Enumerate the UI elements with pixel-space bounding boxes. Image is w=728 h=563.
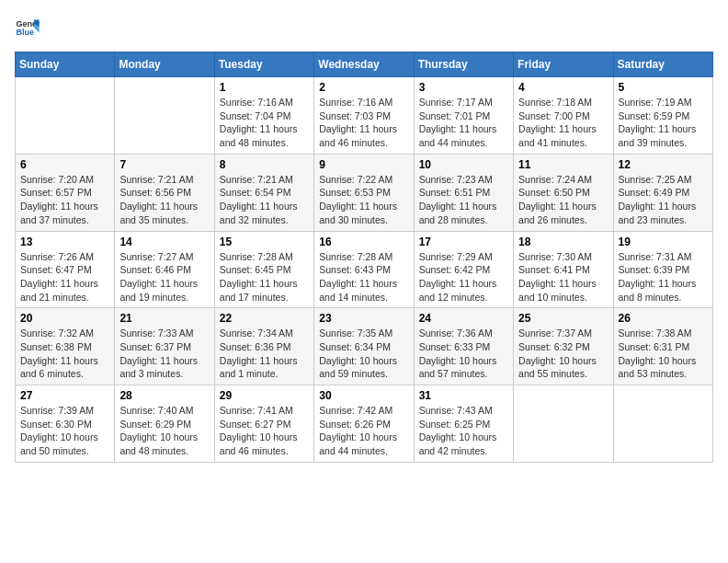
- day-number: 1: [220, 81, 309, 94]
- logo-icon: General Blue: [15, 15, 40, 40]
- calendar-cell: 26Sunrise: 7:38 AM Sunset: 6:31 PM Dayli…: [613, 308, 712, 385]
- logo: General Blue: [15, 15, 40, 40]
- weekday-header-friday: Friday: [514, 52, 613, 77]
- calendar-cell: 15Sunrise: 7:28 AM Sunset: 6:45 PM Dayli…: [214, 231, 313, 308]
- day-number: 26: [619, 312, 708, 325]
- day-info: Sunrise: 7:32 AM Sunset: 6:38 PM Dayligh…: [20, 327, 109, 381]
- day-number: 25: [518, 312, 608, 325]
- calendar-cell: [115, 77, 214, 155]
- calendar-week-row: 20Sunrise: 7:32 AM Sunset: 6:38 PM Dayli…: [16, 308, 713, 385]
- day-number: 24: [419, 312, 508, 325]
- weekday-header-monday: Monday: [115, 52, 214, 77]
- page-header: General Blue: [15, 15, 713, 40]
- day-info: Sunrise: 7:19 AM Sunset: 6:59 PM Dayligh…: [619, 96, 708, 150]
- day-number: 30: [319, 389, 408, 402]
- calendar-cell: 21Sunrise: 7:33 AM Sunset: 6:37 PM Dayli…: [115, 308, 214, 385]
- day-number: 11: [518, 158, 608, 171]
- calendar-cell: 10Sunrise: 7:23 AM Sunset: 6:51 PM Dayli…: [414, 154, 513, 231]
- calendar-cell: 2Sunrise: 7:16 AM Sunset: 7:03 PM Daylig…: [314, 77, 414, 155]
- day-info: Sunrise: 7:39 AM Sunset: 6:30 PM Dayligh…: [20, 404, 109, 458]
- calendar-cell: 18Sunrise: 7:30 AM Sunset: 6:41 PM Dayli…: [514, 231, 613, 308]
- day-info: Sunrise: 7:34 AM Sunset: 6:36 PM Dayligh…: [220, 327, 309, 381]
- day-info: Sunrise: 7:16 AM Sunset: 7:04 PM Dayligh…: [220, 96, 309, 150]
- day-number: 2: [319, 81, 408, 94]
- calendar-cell: 23Sunrise: 7:35 AM Sunset: 6:34 PM Dayli…: [314, 308, 414, 385]
- day-info: Sunrise: 7:40 AM Sunset: 6:29 PM Dayligh…: [119, 404, 209, 458]
- day-info: Sunrise: 7:30 AM Sunset: 6:41 PM Dayligh…: [518, 250, 608, 304]
- day-info: Sunrise: 7:17 AM Sunset: 7:01 PM Dayligh…: [419, 96, 508, 150]
- day-number: 28: [119, 389, 209, 402]
- day-info: Sunrise: 7:26 AM Sunset: 6:47 PM Dayligh…: [20, 250, 109, 304]
- day-number: 22: [220, 312, 309, 325]
- day-info: Sunrise: 7:16 AM Sunset: 7:03 PM Dayligh…: [319, 96, 408, 150]
- calendar-cell: 17Sunrise: 7:29 AM Sunset: 6:42 PM Dayli…: [414, 231, 513, 308]
- calendar-cell: 19Sunrise: 7:31 AM Sunset: 6:39 PM Dayli…: [613, 231, 712, 308]
- day-info: Sunrise: 7:20 AM Sunset: 6:57 PM Dayligh…: [20, 173, 109, 227]
- calendar-cell: 12Sunrise: 7:25 AM Sunset: 6:49 PM Dayli…: [613, 154, 712, 231]
- calendar-cell: 9Sunrise: 7:22 AM Sunset: 6:53 PM Daylig…: [314, 154, 414, 231]
- day-info: Sunrise: 7:41 AM Sunset: 6:27 PM Dayligh…: [220, 404, 309, 458]
- calendar-cell: 5Sunrise: 7:19 AM Sunset: 6:59 PM Daylig…: [613, 77, 712, 155]
- day-number: 29: [220, 389, 309, 402]
- weekday-header-row: SundayMondayTuesdayWednesdayThursdayFrid…: [16, 52, 713, 77]
- calendar-cell: 4Sunrise: 7:18 AM Sunset: 7:00 PM Daylig…: [514, 77, 613, 155]
- day-info: Sunrise: 7:23 AM Sunset: 6:51 PM Dayligh…: [419, 173, 508, 227]
- day-number: 3: [419, 81, 508, 94]
- day-info: Sunrise: 7:27 AM Sunset: 6:46 PM Dayligh…: [119, 250, 209, 304]
- calendar-cell: 6Sunrise: 7:20 AM Sunset: 6:57 PM Daylig…: [16, 154, 115, 231]
- weekday-header-wednesday: Wednesday: [314, 52, 414, 77]
- day-info: Sunrise: 7:29 AM Sunset: 6:42 PM Dayligh…: [419, 250, 508, 304]
- day-number: 12: [619, 158, 708, 171]
- calendar-cell: 27Sunrise: 7:39 AM Sunset: 6:30 PM Dayli…: [16, 385, 115, 463]
- calendar-cell: 24Sunrise: 7:36 AM Sunset: 6:33 PM Dayli…: [414, 308, 513, 385]
- day-info: Sunrise: 7:28 AM Sunset: 6:43 PM Dayligh…: [319, 250, 408, 304]
- calendar-cell: 7Sunrise: 7:21 AM Sunset: 6:56 PM Daylig…: [115, 154, 214, 231]
- day-info: Sunrise: 7:43 AM Sunset: 6:25 PM Dayligh…: [419, 404, 508, 458]
- day-info: Sunrise: 7:18 AM Sunset: 7:00 PM Dayligh…: [518, 96, 608, 150]
- day-number: 9: [319, 158, 408, 171]
- day-number: 21: [119, 312, 209, 325]
- weekday-header-saturday: Saturday: [613, 52, 712, 77]
- calendar-week-row: 13Sunrise: 7:26 AM Sunset: 6:47 PM Dayli…: [16, 231, 713, 308]
- calendar-cell: 16Sunrise: 7:28 AM Sunset: 6:43 PM Dayli…: [314, 231, 414, 308]
- weekday-header-thursday: Thursday: [414, 52, 513, 77]
- day-number: 5: [619, 81, 708, 94]
- day-number: 19: [619, 236, 708, 248]
- calendar-cell: 11Sunrise: 7:24 AM Sunset: 6:50 PM Dayli…: [514, 154, 613, 231]
- calendar-cell: 29Sunrise: 7:41 AM Sunset: 6:27 PM Dayli…: [214, 385, 313, 463]
- day-info: Sunrise: 7:33 AM Sunset: 6:37 PM Dayligh…: [119, 327, 209, 381]
- day-info: Sunrise: 7:21 AM Sunset: 6:56 PM Dayligh…: [119, 173, 209, 227]
- calendar-cell: 1Sunrise: 7:16 AM Sunset: 7:04 PM Daylig…: [214, 77, 313, 155]
- calendar-week-row: 1Sunrise: 7:16 AM Sunset: 7:04 PM Daylig…: [16, 77, 713, 155]
- day-info: Sunrise: 7:37 AM Sunset: 6:32 PM Dayligh…: [518, 327, 608, 381]
- calendar-cell: 14Sunrise: 7:27 AM Sunset: 6:46 PM Dayli…: [115, 231, 214, 308]
- day-info: Sunrise: 7:36 AM Sunset: 6:33 PM Dayligh…: [419, 327, 508, 381]
- calendar-cell: 3Sunrise: 7:17 AM Sunset: 7:01 PM Daylig…: [414, 77, 513, 155]
- calendar-cell: 28Sunrise: 7:40 AM Sunset: 6:29 PM Dayli…: [115, 385, 214, 463]
- calendar-cell: 30Sunrise: 7:42 AM Sunset: 6:26 PM Dayli…: [314, 385, 414, 463]
- calendar-cell: [16, 77, 115, 155]
- day-number: 17: [419, 236, 508, 248]
- day-number: 23: [319, 312, 408, 325]
- day-number: 10: [419, 158, 508, 171]
- day-info: Sunrise: 7:35 AM Sunset: 6:34 PM Dayligh…: [319, 327, 408, 381]
- day-info: Sunrise: 7:24 AM Sunset: 6:50 PM Dayligh…: [518, 173, 608, 227]
- calendar-cell: 13Sunrise: 7:26 AM Sunset: 6:47 PM Dayli…: [16, 231, 115, 308]
- day-number: 6: [20, 158, 109, 171]
- day-info: Sunrise: 7:25 AM Sunset: 6:49 PM Dayligh…: [619, 173, 708, 227]
- day-info: Sunrise: 7:22 AM Sunset: 6:53 PM Dayligh…: [319, 173, 408, 227]
- calendar-cell: [613, 385, 712, 463]
- calendar-week-row: 27Sunrise: 7:39 AM Sunset: 6:30 PM Dayli…: [16, 385, 713, 463]
- calendar-cell: 25Sunrise: 7:37 AM Sunset: 6:32 PM Dayli…: [514, 308, 613, 385]
- day-number: 14: [119, 236, 209, 248]
- calendar-cell: 8Sunrise: 7:21 AM Sunset: 6:54 PM Daylig…: [214, 154, 313, 231]
- calendar-cell: [514, 385, 613, 463]
- day-number: 13: [20, 236, 109, 248]
- weekday-header-tuesday: Tuesday: [214, 52, 313, 77]
- day-number: 27: [20, 389, 109, 402]
- calendar-week-row: 6Sunrise: 7:20 AM Sunset: 6:57 PM Daylig…: [16, 154, 713, 231]
- day-info: Sunrise: 7:42 AM Sunset: 6:26 PM Dayligh…: [319, 404, 408, 458]
- day-number: 15: [220, 236, 309, 248]
- calendar-cell: 22Sunrise: 7:34 AM Sunset: 6:36 PM Dayli…: [214, 308, 313, 385]
- day-number: 8: [220, 158, 309, 171]
